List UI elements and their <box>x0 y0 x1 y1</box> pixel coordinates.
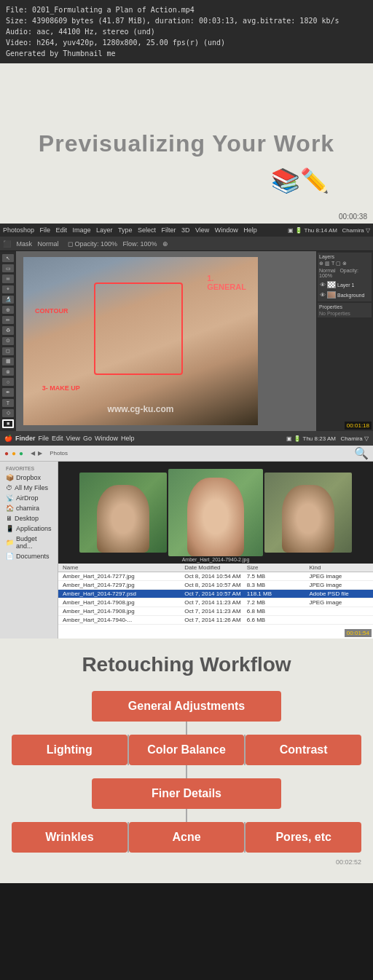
finder-menu-file[interactable]: File <box>39 435 50 442</box>
ps-layer-1-name: Layer 1 <box>337 282 354 288</box>
workflow-box-finer: Finer Details <box>92 778 281 809</box>
finder-file-row-3-selected[interactable]: Amber_Hart_2014-7297.psd Oct 7, 2014 10:… <box>58 590 373 598</box>
dropbox-icon: 📦 <box>6 474 14 481</box>
finder-maximize-btn[interactable]: ● <box>19 449 23 457</box>
finder-sidebar-desktop[interactable]: 🖥 Desktop <box>0 513 58 523</box>
slide-previs: Previsualizing Your Work 📚✏️ 00:00:38 <box>0 63 373 224</box>
ps-tool-history[interactable]: ⊙ <box>2 337 14 345</box>
file-2-kind: JPEG image <box>307 582 370 588</box>
apple-icon: 🍎 <box>4 435 12 442</box>
ps-tool-type[interactable]: T <box>2 399 14 407</box>
ps-normal-label: Normal Opacity: 100% <box>319 268 370 278</box>
finder-file-row-6[interactable]: Amber_Hart_2014-7940-... Oct 7, 2014 11:… <box>58 616 373 625</box>
finder-nav-forward[interactable]: ▶ <box>38 450 42 457</box>
ps-timecode: 00:01:18 <box>345 422 372 430</box>
ps-tool-gradient[interactable]: ▦ <box>2 357 14 365</box>
person-figure-right <box>282 485 334 553</box>
finder-file-row-2[interactable]: Amber_Hart_2014-7297.jpg Oct 8, 2014 10:… <box>58 581 373 590</box>
file-2-date: Oct 8, 2014 10:57 AM <box>183 582 246 588</box>
col-name-header[interactable]: Name <box>61 564 183 571</box>
ps-layer-bg-eye[interactable]: 👁 <box>320 292 326 299</box>
finder-sidebar: FAVORITES 📦 Dropbox ⏱ All My Files 📡 Air… <box>0 462 58 639</box>
finder-photo-left[interactable] <box>79 473 167 553</box>
finder-menu-go[interactable]: Go <box>83 435 92 442</box>
ps-canvas: 1.GENERAL CONTOUR 3- MAKE UP www.cg-ku.c… <box>23 257 258 425</box>
workflow-box-contrast: Contrast <box>246 735 361 765</box>
finder-photo-right[interactable] <box>264 473 352 553</box>
ps-right-panels: Layers ⊕▥T▢⊗ Normal Opacity: 100% 👁 Laye… <box>316 251 373 431</box>
ps-tool-clone[interactable]: ♻ <box>2 326 14 334</box>
ps-tool-eyedrop[interactable]: 🔬 <box>2 296 14 304</box>
finder-sidebar-budget[interactable]: 📁 Budget and... <box>0 534 58 551</box>
workflow-acne-label: Acne <box>172 831 200 843</box>
finder-menu-view[interactable]: View <box>66 435 80 442</box>
workflow-general-label: General Adjustments <box>128 700 245 712</box>
ps-layer-eye[interactable]: 👁 <box>320 282 326 288</box>
finder-search-icon[interactable]: 🔍 <box>354 446 369 460</box>
ps-layer-1[interactable]: 👁 Layer 1 <box>319 280 370 290</box>
file-info-line3: Audio: aac, 44100 Hz, stereo (und) <box>6 26 367 37</box>
ps-tool-blur[interactable]: ⊗ <box>2 368 14 376</box>
finder-sidebar-chamira[interactable]: 🏠 chamira <box>0 503 58 513</box>
ps-tool-color[interactable]: ■ <box>2 419 14 428</box>
col-size-header[interactable]: Size <box>246 564 308 571</box>
finder-list-header: Name Date Modified Size Kind <box>58 564 373 572</box>
workflow-box-color: Color Balance <box>129 735 245 765</box>
finder-nav-back[interactable]: ◀ <box>31 450 35 457</box>
file-5-kind <box>307 608 370 615</box>
photoshop-section: Photoshop File Edit Image Layer Type Sel… <box>0 224 373 431</box>
workflow-color-label: Color Balance <box>147 743 226 756</box>
finder-menu-help[interactable]: Help <box>121 435 135 442</box>
ps-tool-select[interactable]: ▭ <box>2 264 14 272</box>
file-1-kind: JPEG image <box>307 573 370 580</box>
finder-file-row-5[interactable]: Amber_Hart_2014-7908.jpg Oct 7, 2014 11:… <box>58 607 373 616</box>
ps-toolbar-row: ⬛ Mask Normal ◻ Opacity: 100% Flow: 100%… <box>0 237 373 251</box>
ps-tool-heal[interactable]: ⊕ <box>2 306 14 314</box>
file-6-size: 6.6 MB <box>246 617 308 623</box>
col-kind-header[interactable]: Kind <box>307 564 370 571</box>
ps-annotation-general: 1.GENERAL <box>207 274 246 291</box>
ps-layer-1-thumb <box>327 281 336 288</box>
col-date-header[interactable]: Date Modified <box>183 564 246 571</box>
ps-photo: 1.GENERAL CONTOUR 3- MAKE UP www.cg-ku.c… <box>23 257 258 425</box>
file-6-name: Amber_Hart_2014-7940-... <box>61 617 183 623</box>
finder-minimize-btn[interactable]: ● <box>12 449 16 457</box>
ps-tool-shape[interactable]: ◇ <box>2 409 14 417</box>
workflow-title: Retouching Workflow <box>82 653 291 676</box>
workflow-finer-label: Finer Details <box>152 787 221 799</box>
finder-sidebar-dropbox[interactable]: 📦 Dropbox <box>0 473 58 483</box>
finder-sidebar-apps[interactable]: 📱 Applications <box>0 523 58 534</box>
finder-sidebar-docs[interactable]: 📄 Documents <box>0 551 58 561</box>
workflow-row-1: Lighting Color Balance Contrast <box>12 735 361 765</box>
finder-file-row-4[interactable]: Amber_Hart_2014-7908.jpg Oct 7, 2014 11:… <box>58 598 373 607</box>
finder-sidebar-airdrop[interactable]: 📡 AirDrop <box>0 493 58 503</box>
file-5-size: 6.8 MB <box>246 608 308 615</box>
workflow-lighting-label: Lighting <box>47 743 93 756</box>
ps-tool-eraser[interactable]: ◻ <box>2 347 14 355</box>
workflow-contrast-label: Contrast <box>280 743 328 756</box>
ps-tool-dodge[interactable]: ○ <box>2 378 14 386</box>
file-6-date: Oct 7, 2014 11:26 AM <box>183 617 246 623</box>
finder-file-row-1[interactable]: Amber_Hart_2014-7277.jpg Oct 8, 2014 10:… <box>58 572 373 581</box>
ps-main: ↖ ▭ ∞ ⌖ 🔬 ⊕ ✏ ♻ ⊙ ◻ ▦ ⊗ ○ ✒ T ◇ ■ <box>0 251 373 431</box>
file-3-size: 118.1 MB <box>246 590 308 597</box>
ps-layer-bg[interactable]: 👁 Background <box>319 290 370 300</box>
file-1-size: 7.5 MB <box>246 573 308 580</box>
finder-timecode: 00:01:54 <box>345 629 372 637</box>
ps-tool-brush[interactable]: ✏ <box>2 316 14 324</box>
finder-close-btn[interactable]: ● <box>4 449 9 457</box>
file-6-kind <box>307 617 370 623</box>
ps-tool-lasso[interactable]: ∞ <box>2 274 14 282</box>
finder-photo-center[interactable] <box>168 469 263 556</box>
finder-menu-edit[interactable]: Edit <box>52 435 63 442</box>
ps-layers-panel: Layers ⊕▥T▢⊗ Normal Opacity: 100% 👁 Laye… <box>318 253 372 301</box>
finder-menubar-mac: 🍎 Finder File Edit View Go Window Help ▣… <box>0 431 373 446</box>
finder-sidebar-allfiles[interactable]: ⏱ All My Files <box>0 483 58 493</box>
ps-tool-crop[interactable]: ⌖ <box>2 285 14 293</box>
finder-menu-window[interactable]: Window <box>95 435 118 442</box>
ps-tool-pen[interactable]: ✒ <box>2 388 14 396</box>
apps-icon: 📱 <box>6 525 14 532</box>
ps-tool-move[interactable]: ↖ <box>2 254 14 262</box>
workflow-box-lighting: Lighting <box>12 735 127 765</box>
workflow-row-2: Wrinkles Acne Pores, etc <box>12 822 361 853</box>
